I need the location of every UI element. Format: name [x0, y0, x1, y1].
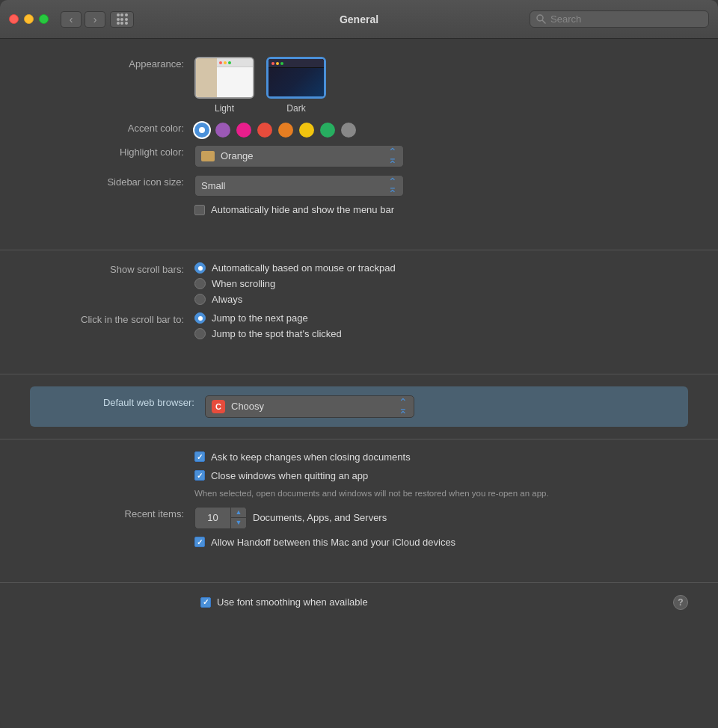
- sidebar-icon-size-row: Sidebar icon size: Small ⌃⌅: [30, 175, 688, 197]
- dark-toolbar: [269, 59, 324, 68]
- back-button[interactable]: ‹: [61, 11, 82, 28]
- close-docs-row-label: [30, 451, 194, 453]
- menu-bar-row-label: [30, 204, 194, 206]
- close-docs-checkbox[interactable]: [194, 451, 205, 462]
- default-browser-dropdown-left: C Choosy: [212, 400, 264, 413]
- close-windows-row: Close windows when quitting an app When …: [30, 470, 688, 499]
- close-button[interactable]: [9, 14, 19, 24]
- recent-items-row: Recent items: 10 ▲ ▼ Documents, Apps, an…: [30, 507, 688, 529]
- dark-thumbnail: [266, 57, 326, 99]
- scroll-auto-row: Automatically based on mouse or trackpad: [194, 262, 688, 274]
- stepper-down-button[interactable]: ▼: [231, 518, 246, 528]
- accent-color-label: Accent color:: [30, 121, 194, 134]
- light-sidebar: [196, 58, 217, 97]
- close-windows-checkbox[interactable]: [194, 470, 205, 481]
- click-scroll-row: Click in the scroll bar to: Jump to the …: [30, 312, 688, 339]
- accent-green[interactable]: [320, 123, 335, 138]
- maximize-button[interactable]: [39, 14, 49, 24]
- checkboxes-section: Ask to keep changes when closing documen…: [0, 451, 718, 570]
- accent-blue[interactable]: [194, 123, 209, 138]
- close-windows-content: Close windows when quitting an app When …: [194, 470, 688, 499]
- menu-bar-label: Automatically hide and show the menu bar: [211, 204, 394, 215]
- close-windows-label: Close windows when quitting an app: [211, 470, 368, 481]
- stepper-buttons: ▲ ▼: [230, 508, 246, 528]
- scroll-scrolling-row: When scrolling: [194, 278, 688, 289]
- menu-bar-checkbox[interactable]: [194, 205, 205, 215]
- divider-1: [0, 250, 718, 250]
- handoff-content: Allow Handoff between this Mac and your …: [194, 537, 688, 548]
- accent-color-row: Accent color:: [30, 121, 688, 138]
- click-scroll-label: Click in the scroll bar to:: [30, 312, 194, 325]
- scroll-auto-radio[interactable]: [194, 262, 206, 274]
- accent-yellow[interactable]: [299, 123, 314, 138]
- accent-colors-container: [194, 121, 688, 138]
- divider-2: [0, 374, 718, 374]
- scroll-always-row: Always: [194, 294, 688, 305]
- dark-preview: [269, 59, 324, 96]
- nav-buttons: ‹ ›: [61, 11, 105, 28]
- content-area: Appearance:: [0, 39, 718, 728]
- window-title: General: [340, 13, 378, 25]
- font-smoothing-row: Use font smoothing when available ?: [30, 595, 688, 610]
- forward-button[interactable]: ›: [85, 11, 105, 28]
- search-input[interactable]: [550, 13, 702, 25]
- stepper-up-button[interactable]: ▲: [231, 508, 246, 518]
- window: ‹ › General Appearance:: [0, 0, 718, 728]
- click-next-row: Jump to the next page: [194, 312, 688, 324]
- click-next-radio[interactable]: [194, 312, 206, 324]
- grid-icon: [117, 13, 128, 25]
- menu-bar-checkbox-row: Automatically hide and show the menu bar: [194, 204, 688, 215]
- close-windows-checkbox-row: Close windows when quitting an app: [194, 470, 688, 481]
- scroll-bars-options: Automatically based on mouse or trackpad…: [194, 262, 688, 305]
- light-label: Light: [215, 103, 234, 114]
- close-windows-description: When selected, open documents and window…: [194, 487, 553, 499]
- accent-graphite[interactable]: [341, 123, 356, 138]
- scroll-bars-label: Show scroll bars:: [30, 262, 194, 275]
- appearance-row: Appearance:: [30, 57, 688, 114]
- close-docs-label: Ask to keep changes when closing documen…: [211, 451, 411, 463]
- grid-view-button[interactable]: [110, 11, 134, 28]
- click-scroll-options: Jump to the next page Jump to the spot t…: [194, 312, 688, 339]
- divider-4: [0, 582, 718, 583]
- accent-purple[interactable]: [215, 123, 230, 138]
- handoff-checkbox[interactable]: [194, 537, 205, 547]
- recent-items-stepper[interactable]: 10 ▲ ▼: [194, 507, 247, 529]
- default-browser-dropdown[interactable]: C Choosy ⌃⌅: [205, 395, 414, 418]
- accent-orange[interactable]: [278, 123, 293, 138]
- scroll-scrolling-radio[interactable]: [194, 278, 206, 289]
- scroll-always-label: Always: [212, 294, 242, 305]
- highlight-color-dropdown-left: Orange: [201, 150, 253, 161]
- minimize-button[interactable]: [24, 14, 34, 24]
- accent-pink[interactable]: [236, 123, 251, 138]
- dark-body: [269, 68, 324, 96]
- recent-items-stepper-group: 10 ▲ ▼ Documents, Apps, and Servers: [194, 507, 688, 529]
- search-bar[interactable]: [530, 10, 709, 28]
- scroll-auto-label: Automatically based on mouse or trackpad: [212, 262, 396, 274]
- highlight-color-swatch: [201, 151, 215, 161]
- click-spot-radio[interactable]: [194, 328, 206, 339]
- search-icon: [536, 14, 546, 24]
- appearance-dark-option[interactable]: Dark: [266, 57, 326, 114]
- sidebar-icon-size-content: Small ⌃⌅: [194, 175, 688, 197]
- handoff-row: Allow Handoff between this Mac and your …: [30, 537, 688, 548]
- sidebar-icon-size-dropdown[interactable]: Small ⌃⌅: [194, 175, 404, 197]
- recent-items-content: 10 ▲ ▼ Documents, Apps, and Servers: [194, 507, 688, 529]
- menu-bar-content: Automatically hide and show the menu bar: [194, 204, 688, 215]
- highlight-color-value: Orange: [221, 150, 253, 161]
- recent-items-suffix: Documents, Apps, and Servers: [253, 512, 387, 523]
- help-button[interactable]: ?: [673, 595, 688, 610]
- accent-red[interactable]: [257, 123, 272, 138]
- dark-label: Dark: [286, 103, 305, 114]
- handoff-label: Allow Handoff between this Mac and your …: [211, 537, 455, 548]
- menu-bar-row: Automatically hide and show the menu bar: [30, 204, 688, 215]
- highlight-color-row: Highlight color: Orange ⌃⌅: [30, 145, 688, 167]
- traffic-lights: [9, 14, 49, 24]
- scroll-always-radio[interactable]: [194, 294, 206, 305]
- appearance-light-option[interactable]: Light: [194, 57, 254, 114]
- sidebar-icon-size-dropdown-left: Small: [201, 180, 226, 191]
- titlebar: ‹ › General: [0, 0, 718, 39]
- default-browser-section: Default web browser: C Choosy ⌃⌅: [30, 386, 688, 427]
- highlight-color-dropdown[interactable]: Orange ⌃⌅: [194, 145, 404, 167]
- font-smoothing-checkbox[interactable]: [200, 597, 211, 608]
- appearance-options: Light: [194, 57, 688, 114]
